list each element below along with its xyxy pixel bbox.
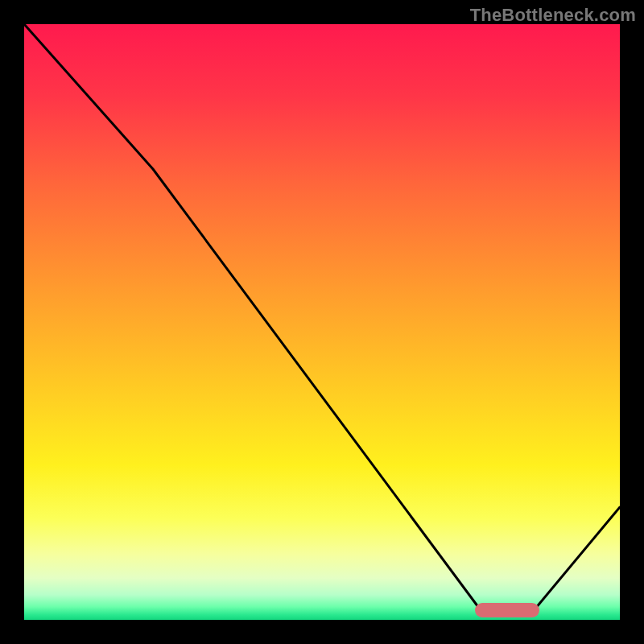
optimum-marker xyxy=(475,603,539,617)
plot-area xyxy=(24,24,620,620)
chart-frame: TheBottleneck.com xyxy=(0,0,644,644)
gradient-background xyxy=(24,24,620,620)
chart-svg xyxy=(24,24,620,620)
watermark-text: TheBottleneck.com xyxy=(470,5,636,26)
